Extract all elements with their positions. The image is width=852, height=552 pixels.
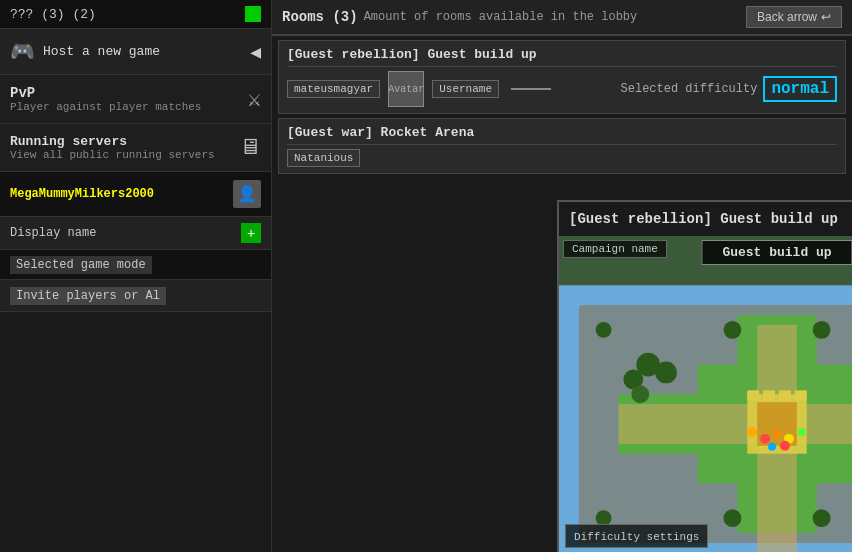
svg-point-32 xyxy=(798,428,806,436)
add-button[interactable]: + xyxy=(241,223,261,243)
rooms-description: Amount of rooms available in the lobby xyxy=(364,10,746,24)
sidebar: ??? (3) (2) 🎮 Host a new game ◀ PvP Play… xyxy=(0,0,272,552)
avatar: Avatar xyxy=(388,71,424,107)
top-bar: Rooms (3) Amount of rooms available in t… xyxy=(272,0,852,36)
server-icon: 🖥 xyxy=(239,134,261,161)
username-box: mateusmagyar xyxy=(287,80,380,98)
room-title: [Guest war] Rocket Arena xyxy=(287,125,837,145)
pvp-text: PvP Player against player matches xyxy=(10,85,248,113)
pvp-title: PvP xyxy=(10,85,248,101)
user-bar: MegaMummyMilkers2000 👤 xyxy=(0,172,271,217)
running-servers-title: Running servers xyxy=(10,134,239,149)
selected-game-mode-row: Selected game mode xyxy=(0,250,271,280)
svg-rect-11 xyxy=(747,390,759,400)
username-box: Natanious xyxy=(287,149,360,167)
map-preview: Campaign name Guest build up Map name xyxy=(559,236,852,552)
difficulty-box: Selected difficulty normal xyxy=(621,76,837,102)
gamepad-icon: 🎮 xyxy=(10,39,35,64)
selected-game-mode-label: Selected game mode xyxy=(10,256,152,274)
svg-point-26 xyxy=(723,509,741,527)
username-label: MegaMummyMilkers2000 xyxy=(10,187,233,201)
room-list: [Guest rebellion] Guest build up mateusm… xyxy=(272,40,852,174)
sidebar-header: ??? (3) (2) xyxy=(0,0,271,29)
back-arrow-label: Back arrow xyxy=(757,10,817,24)
main-area: Rooms (3) Amount of rooms available in t… xyxy=(272,0,852,552)
popup-titlebar: [Guest rebellion] Guest build up Leave r… xyxy=(559,202,852,236)
svg-point-17 xyxy=(655,362,677,384)
svg-point-33 xyxy=(768,443,776,451)
running-servers-text: Running servers View all public running … xyxy=(10,134,239,161)
display-name-label: Display name xyxy=(10,226,241,240)
svg-point-29 xyxy=(760,434,770,444)
popup-body: Campaign name Guest build up Map name xyxy=(559,236,852,552)
svg-point-30 xyxy=(773,430,781,438)
invite-players-row[interactable]: Invite players or Al xyxy=(0,280,271,312)
difficulty-settings-label: Difficulty settings xyxy=(565,524,708,548)
map-svg xyxy=(559,264,852,552)
room-item[interactable]: [Guest rebellion] Guest build up mateusm… xyxy=(278,40,846,114)
sidebar-title: ??? (3) (2) xyxy=(10,7,96,22)
host-new-game-label: Host a new game xyxy=(43,44,250,59)
room-title: [Guest rebellion] Guest build up xyxy=(287,47,837,67)
pvp-section[interactable]: PvP Player against player matches ⚔ xyxy=(0,75,271,124)
svg-point-25 xyxy=(813,321,831,339)
svg-point-27 xyxy=(813,509,831,527)
back-arrow-button[interactable]: Back arrow ↩ xyxy=(746,6,842,28)
svg-point-28 xyxy=(747,427,757,437)
invite-label: Invite players or Al xyxy=(10,287,166,305)
svg-point-24 xyxy=(723,321,741,339)
svg-point-35 xyxy=(596,322,612,338)
running-servers-section[interactable]: Running servers View all public running … xyxy=(0,124,271,172)
host-new-game-row[interactable]: 🎮 Host a new game ◀ xyxy=(0,29,271,75)
room-detail-row: Natanious xyxy=(287,149,837,167)
room-item[interactable]: [Guest war] Rocket Arena Natanious xyxy=(278,118,846,174)
back-icon: ↩ xyxy=(821,10,831,24)
popup: [Guest rebellion] Guest build up Leave r… xyxy=(557,200,852,552)
username-label-box: Username xyxy=(432,80,499,98)
svg-point-34 xyxy=(780,441,790,451)
svg-rect-12 xyxy=(763,390,775,400)
status-indicator xyxy=(245,6,261,22)
svg-rect-13 xyxy=(779,390,791,400)
svg-rect-8 xyxy=(618,404,852,444)
running-servers-subtitle: View all public running servers xyxy=(10,149,239,161)
map-title: Guest build up xyxy=(701,240,852,265)
campaign-name-box: Campaign name xyxy=(563,240,667,258)
difficulty-value: normal xyxy=(763,76,837,102)
svg-rect-14 xyxy=(795,390,807,400)
rooms-label: Rooms (3) xyxy=(282,9,358,25)
display-name-row: Display name + xyxy=(0,217,271,250)
avatar: 👤 xyxy=(233,180,261,208)
avatar-label: Avatar xyxy=(388,84,424,95)
pvp-subtitle: Player against player matches xyxy=(10,101,248,113)
room-detail-row: mateusmagyar Avatar Username Selected di… xyxy=(287,71,837,107)
difficulty-label: Selected difficulty xyxy=(621,82,758,96)
popup-title: [Guest rebellion] Guest build up xyxy=(569,211,838,227)
svg-point-18 xyxy=(631,385,649,403)
swords-icon: ⚔ xyxy=(248,86,261,113)
arrow-left-icon: ◀ xyxy=(250,41,261,63)
